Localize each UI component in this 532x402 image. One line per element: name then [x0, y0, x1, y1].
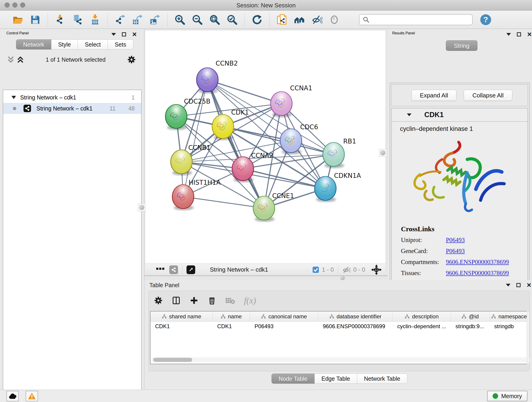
- protein-card-header[interactable]: CDK1: [392, 108, 527, 122]
- tab-string[interactable]: String: [446, 40, 477, 51]
- table-cell[interactable]: stringdb: [490, 323, 529, 330]
- export-table-icon[interactable]: [130, 12, 145, 27]
- expand-all-button[interactable]: Expand All: [412, 90, 456, 101]
- save-session-icon[interactable]: [28, 12, 42, 27]
- network-node-HIST1H1A[interactable]: [172, 185, 194, 210]
- tab-network[interactable]: Network: [16, 39, 51, 50]
- divider-grab-dot[interactable]: [340, 276, 345, 280]
- tab-sets[interactable]: Sets: [108, 39, 133, 50]
- expand-all-icon[interactable]: [17, 56, 24, 64]
- crosslink-link[interactable]: P06493: [446, 236, 465, 244]
- network-row-selected[interactable]: String Network – cdk1 11 48: [3, 103, 141, 114]
- crosslink-link[interactable]: 9606.ENSP00000378699: [446, 259, 509, 266]
- warning-button[interactable]: [26, 391, 38, 401]
- left-divider-handle[interactable]: [138, 204, 146, 211]
- close-panel-icon[interactable]: ✕: [526, 283, 532, 287]
- network-node-CCNB2[interactable]: [196, 68, 218, 93]
- column-header-name[interactable]: name: [213, 312, 250, 321]
- search-input[interactable]: [372, 17, 468, 23]
- column-header-canonical-name[interactable]: canonical name: [250, 312, 318, 321]
- tab-select[interactable]: Select: [78, 39, 108, 50]
- network-node-CDC25B[interactable]: [165, 104, 187, 130]
- window-minimize-button[interactable]: [12, 2, 17, 7]
- close-panel-icon[interactable]: ✕: [132, 32, 137, 37]
- export-image-icon[interactable]: [148, 12, 162, 27]
- zoom-out-icon[interactable]: [190, 12, 204, 27]
- window-zoom-button[interactable]: [20, 2, 25, 7]
- right-divider-handle[interactable]: [379, 149, 387, 157]
- collapse-card-icon[interactable]: [407, 114, 412, 116]
- tree-expand-icon[interactable]: [12, 96, 16, 99]
- open-session-icon[interactable]: [11, 12, 25, 27]
- hide-selected-icon[interactable]: [310, 12, 324, 27]
- network-node-CDK1[interactable]: [212, 115, 234, 140]
- network-edge-CCNB2-CCNE1[interactable]: [207, 80, 264, 208]
- network-collection-row[interactable]: String Network – cdk1 1: [3, 92, 141, 103]
- table-vscrollbar[interactable]: [527, 311, 530, 364]
- zoom-fit-icon[interactable]: [208, 12, 222, 27]
- float-window-icon[interactable]: [516, 283, 520, 287]
- export-network-icon[interactable]: [113, 12, 127, 27]
- pan-crosshair-icon[interactable]: [371, 264, 382, 275]
- panel-menu-icon[interactable]: [111, 33, 116, 36]
- refresh-icon[interactable]: [250, 12, 264, 27]
- network-canvas[interactable]: CCNB2CCNA1CDC25BCDK1CDC6RB1CCNB1CCNA2CDK…: [145, 31, 385, 264]
- column-header-shared-name[interactable]: shared name: [151, 312, 213, 321]
- help-button[interactable]: ?: [479, 12, 493, 27]
- crosslink-link[interactable]: P06493: [446, 248, 465, 255]
- network-node-RB1[interactable]: [323, 143, 344, 168]
- import-database-icon[interactable]: [70, 12, 85, 27]
- window-close-button[interactable]: [5, 2, 10, 7]
- column-header-database-identifier[interactable]: database identifier: [318, 312, 393, 321]
- panel-menu-icon[interactable]: [506, 33, 511, 36]
- clone-network-icon[interactable]: [275, 12, 289, 27]
- string-view-icon[interactable]: [169, 265, 178, 274]
- network-edge-HIST1H1A-CCNE1[interactable]: [183, 197, 264, 208]
- import-network-icon[interactable]: [53, 12, 67, 27]
- add-column-icon[interactable]: [190, 296, 199, 305]
- table-cell[interactable]: CDK1: [213, 323, 250, 330]
- network-node-CCNA1[interactable]: [271, 92, 292, 117]
- gear-icon[interactable]: [154, 296, 163, 305]
- network-node-CCNE1[interactable]: [253, 196, 275, 222]
- table-cell[interactable]: cyclin–dependent ...: [393, 323, 451, 330]
- birdseye-view-icon[interactable]: [186, 265, 195, 274]
- panel-menu-icon[interactable]: [506, 284, 510, 287]
- grid-view-icon[interactable]: [156, 268, 164, 272]
- delete-column-icon[interactable]: [207, 296, 216, 305]
- close-panel-icon[interactable]: ✕: [527, 32, 532, 37]
- network-node-CDKN1A[interactable]: [315, 177, 336, 202]
- collapse-all-icon[interactable]: [7, 56, 15, 64]
- column-header--id[interactable]: @id: [451, 312, 490, 321]
- hscrollbar-thumb[interactable]: [153, 358, 192, 362]
- column-header-namespace[interactable]: namespace: [490, 312, 529, 321]
- table-cell[interactable]: stringdb:9...: [451, 323, 490, 330]
- crosslink-link[interactable]: 9606.ENSP00000378699: [446, 269, 509, 277]
- tab-node-table[interactable]: Node Table: [272, 374, 315, 384]
- memory-button[interactable]: Memory: [487, 391, 527, 401]
- show-eye-icon[interactable]: [327, 12, 341, 27]
- tab-network-table[interactable]: Network Table: [357, 374, 407, 384]
- column-header-description[interactable]: description: [393, 312, 451, 321]
- selected-checkbox-icon[interactable]: [312, 266, 319, 273]
- collapse-all-button[interactable]: Collapse All: [464, 90, 512, 101]
- import-table-icon[interactable]: [88, 12, 102, 27]
- network-edge-CCNB2-CCNA1[interactable]: [207, 80, 281, 104]
- zoom-selected-icon[interactable]: [225, 12, 239, 27]
- columns-icon[interactable]: [172, 296, 181, 305]
- network-node-CCNA2[interactable]: [232, 157, 254, 182]
- network-node-CDC6[interactable]: [280, 129, 302, 154]
- table-cell[interactable]: CDK1: [151, 323, 213, 330]
- float-window-icon[interactable]: [122, 32, 126, 36]
- tab-edge-table[interactable]: Edge Table: [315, 374, 357, 384]
- table-cell[interactable]: 9606.ENSP00000378699: [318, 323, 393, 330]
- tab-style[interactable]: Style: [51, 39, 78, 50]
- table-row[interactable]: CDK1CDK1P064939606.ENSP00000378699cyclin…: [151, 322, 528, 331]
- show-all-icon[interactable]: [292, 12, 307, 27]
- network-options-gear-icon[interactable]: [127, 55, 136, 64]
- float-window-icon[interactable]: [517, 32, 521, 36]
- table-cell[interactable]: P06493: [250, 323, 318, 330]
- network-node-CCNB1[interactable]: [171, 150, 192, 175]
- table-hscrollbar[interactable]: [152, 357, 530, 362]
- zoom-in-icon[interactable]: [173, 12, 187, 27]
